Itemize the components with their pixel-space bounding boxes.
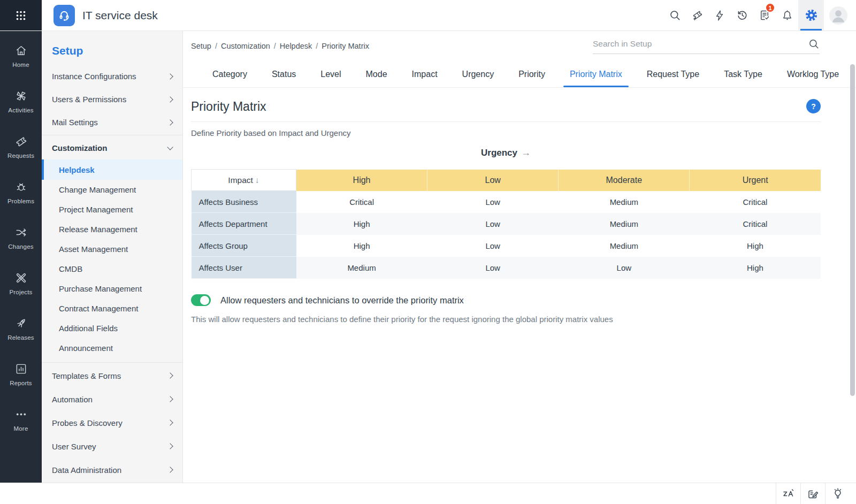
matrix-cell[interactable]: Low (427, 213, 559, 235)
raise-request-button[interactable] (686, 0, 708, 30)
shuffle-icon (14, 226, 28, 239)
priority-matrix-table-wrap: Impact↓ High Low Moderate Urgent Affects… (191, 169, 821, 279)
matrix-cell[interactable]: Critical (296, 191, 427, 213)
matrix-row-affects-group: Affects Group High Low Medium High (192, 235, 821, 257)
sidebar-item-users-permissions[interactable]: Users & Permissions (42, 88, 182, 111)
matrix-cell[interactable]: High (690, 257, 821, 279)
bar-chart-icon (14, 362, 28, 376)
page-subtitle: Define Priority based on Impact and Urge… (191, 128, 350, 138)
rail-item-projects[interactable]: Projects (0, 261, 42, 306)
rail-item-problems[interactable]: Problems (0, 170, 42, 215)
tab-status[interactable]: Status (272, 61, 296, 87)
arrow-right-icon: → (521, 147, 531, 158)
sidebar-item-data-administration[interactable]: Data Administration (42, 458, 182, 482)
approvals-button[interactable]: 1 (753, 0, 776, 30)
sidebar-subitem-release-management[interactable]: Release Management (42, 219, 182, 239)
matrix-row-affects-user: Affects User Medium Low Low High (192, 257, 821, 279)
matrix-cell[interactable]: Medium (296, 257, 427, 279)
matrix-cell[interactable]: Medium (559, 213, 690, 235)
column-header-urgent: Urgent (690, 170, 821, 191)
rail-item-more[interactable]: More (0, 397, 42, 442)
sidebar-item-probes-discovery[interactable]: Probes & Discovery (42, 411, 182, 434)
sidebar-subitem-change-management[interactable]: Change Management (42, 180, 182, 200)
chevron-right-icon (167, 73, 173, 79)
it-service-desk-app: IT service desk (0, 0, 856, 504)
translate-icon (782, 487, 795, 500)
override-toggle[interactable] (191, 294, 211, 306)
matrix-cell[interactable]: Medium (559, 235, 690, 257)
tab-task-type[interactable]: Task Type (724, 61, 762, 87)
main-content: Setup / Customization / Helpdesk / Prior… (183, 31, 856, 483)
history-button[interactable] (731, 0, 753, 30)
translate-button[interactable] (776, 483, 800, 504)
matrix-cell[interactable]: Critical (690, 213, 821, 235)
breadcrumb-setup[interactable]: Setup (191, 42, 211, 50)
matrix-cell[interactable]: Low (427, 235, 559, 257)
tab-priority-matrix[interactable]: Priority Matrix (570, 61, 622, 87)
matrix-header-row: Impact↓ High Low Moderate Urgent (192, 170, 821, 191)
tab-urgency[interactable]: Urgency (462, 61, 494, 87)
column-header-moderate: Moderate (559, 170, 690, 191)
sidebar-item-templates-forms[interactable]: Templates & Forms (42, 364, 182, 387)
page-title-row: Priority Matrix ? (191, 94, 821, 122)
tab-worklog-type[interactable]: Worklog Type (787, 61, 839, 87)
rail-item-requests[interactable]: Requests (0, 124, 42, 170)
matrix-cell[interactable]: Critical (690, 191, 821, 213)
sidebar-item-instance-configurations[interactable]: Instance Configurations (42, 65, 182, 88)
sidebar-subitem-helpdesk[interactable]: Helpdesk (42, 159, 182, 180)
sidebar-subitem-announcement[interactable]: Announcement (42, 338, 182, 358)
rail-item-changes[interactable]: Changes (0, 215, 42, 261)
help-button[interactable]: ? (806, 99, 821, 113)
tab-level[interactable]: Level (320, 61, 341, 87)
row-label: Affects Group (192, 235, 296, 257)
tab-request-type[interactable]: Request Type (647, 61, 699, 87)
sidebar-item-mail-settings[interactable]: Mail Settings (42, 111, 182, 134)
chevron-right-icon (167, 96, 173, 102)
notifications-button[interactable] (776, 0, 798, 30)
matrix-cell[interactable]: Low (427, 191, 559, 213)
tab-mode[interactable]: Mode (366, 61, 387, 87)
sidebar-item-user-survey[interactable]: User Survey (42, 434, 182, 458)
tab-category[interactable]: Category (212, 61, 247, 87)
rail-item-reports[interactable]: Reports (0, 352, 42, 397)
breadcrumb-customization[interactable]: Customization (221, 42, 270, 50)
sidebar-subitem-purchase-management[interactable]: Purchase Management (42, 279, 182, 299)
matrix-cell[interactable]: Low (559, 257, 690, 279)
rail-item-releases[interactable]: Releases (0, 306, 42, 352)
feedback-button[interactable] (800, 483, 825, 504)
chevron-right-icon (167, 396, 173, 402)
breadcrumb-row: Setup / Customization / Helpdesk / Prior… (191, 31, 820, 61)
suggestion-button[interactable] (825, 483, 850, 504)
rail-item-activities[interactable]: Activities (0, 79, 42, 124)
app-launcher-button[interactable] (0, 0, 42, 30)
top-actions: 1 (663, 0, 856, 30)
impact-axis-header[interactable]: Impact↓ (192, 170, 296, 191)
matrix-cell[interactable]: High (690, 235, 821, 257)
sidebar-subitem-project-management[interactable]: Project Management (42, 200, 182, 219)
matrix-cell[interactable]: Medium (559, 191, 690, 213)
search-icon[interactable] (808, 38, 820, 50)
sidebar-subitem-contract-management[interactable]: Contract Management (42, 299, 182, 318)
global-search-button[interactable] (663, 0, 686, 30)
user-avatar[interactable] (829, 6, 847, 25)
setup-search-input[interactable] (593, 39, 802, 49)
tab-impact[interactable]: Impact (412, 61, 438, 87)
matrix-cell[interactable]: Low (427, 257, 559, 279)
sidebar-subitem-asset-management[interactable]: Asset Management (42, 239, 182, 259)
sidebar-subitem-additional-fields[interactable]: Additional Fields (42, 318, 182, 338)
vertical-scrollbar[interactable] (850, 64, 855, 396)
column-header-high: High (296, 170, 427, 191)
app-logo[interactable] (54, 5, 75, 26)
sidebar-subitem-cmdb[interactable]: CMDB (42, 259, 182, 279)
quick-actions-button[interactable] (708, 0, 731, 30)
rail-item-home[interactable]: Home (0, 33, 42, 79)
breadcrumb-helpdesk[interactable]: Helpdesk (280, 42, 312, 50)
sidebar-item-automation[interactable]: Automation (42, 387, 182, 411)
person-icon (829, 6, 847, 25)
column-header-low: Low (427, 170, 559, 191)
sidebar-item-customization[interactable]: Customization (42, 136, 182, 159)
settings-tab[interactable] (798, 0, 824, 30)
tab-priority[interactable]: Priority (518, 61, 545, 87)
matrix-cell[interactable]: High (296, 213, 427, 235)
matrix-cell[interactable]: High (296, 235, 427, 257)
